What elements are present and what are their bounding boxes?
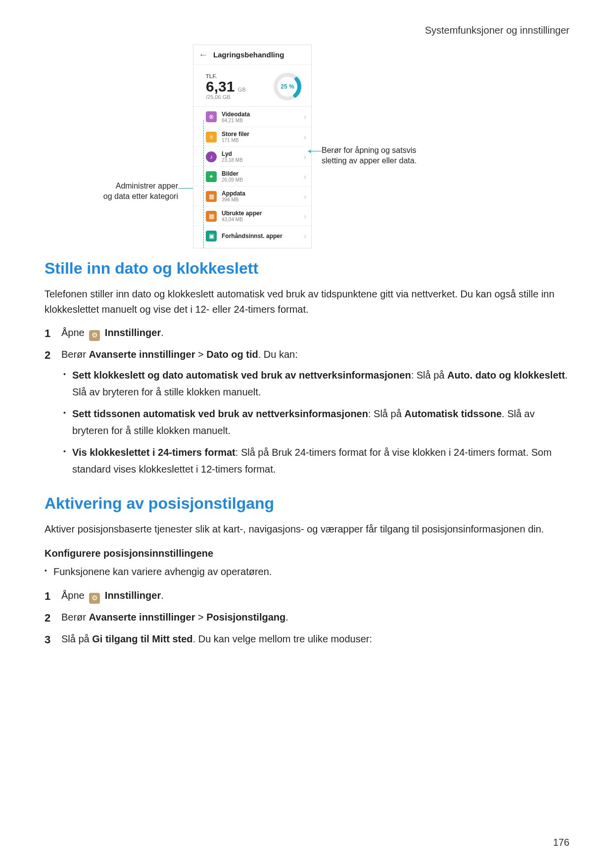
s2-step1-c: . [161, 590, 164, 601]
unused-icon: ▦ [206, 211, 217, 222]
label-delete-line2: sletting av apper eller data. [322, 156, 417, 165]
s2-step3-b: Gi tilgang til Mitt sted [92, 633, 192, 644]
s2-step2-a: Berør [61, 612, 89, 623]
s1-step2-e: . Du kan: [258, 349, 298, 360]
s1-b1-c: Auto. dato og klokkeslett [447, 370, 565, 381]
files-icon: ≡ [206, 132, 217, 143]
chevron-right-icon: › [304, 113, 306, 121]
category-size: 43,04 MB [222, 217, 304, 222]
audio-icon: ♪ [206, 151, 217, 162]
chevron-right-icon: › [304, 153, 306, 161]
s2-step1-a: Åpne [61, 590, 87, 601]
s2-step3-c: . Du kan velge mellom tre ulike moduser: [193, 633, 372, 644]
storage-percent: 25 % [281, 83, 294, 90]
img-icon: ✦ [206, 171, 217, 182]
s2-step3: Slå på Gi tilgang til Mitt sted. Du kan … [45, 630, 569, 647]
back-icon[interactable]: ← [198, 49, 208, 60]
pre-icon: ▣ [206, 231, 217, 241]
s1-step2-c: > [195, 349, 206, 360]
callout-arrow-right [312, 151, 322, 152]
label-manage-line1: Administrer apper [116, 182, 178, 190]
category-name: Bilder [222, 170, 304, 177]
s1-step2-b: Avanserte innstillinger [89, 349, 195, 360]
s1-step2: Berør Avanserte innstillinger > Dato og … [45, 346, 569, 478]
label-delete: Berør for åpning og satsvis sletting av … [322, 145, 450, 166]
s1-step1-b: Innstillinger [105, 327, 161, 338]
s2-step2-d: Posisjonstilgang [206, 612, 285, 623]
chevron-right-icon: › [304, 212, 306, 220]
s2-step1: Åpne ⚙ Innstillinger. [45, 587, 569, 604]
storage-category-row[interactable]: ▦Appdata394 MB› [193, 186, 311, 206]
category-size: 171 MB [222, 138, 304, 143]
section2-intro: Aktiver posisjonsbaserte tjenester slik … [45, 522, 569, 537]
storage-category-row[interactable]: ⊗Videodata84,21 MB› [193, 107, 311, 127]
section2-title: Aktivering av posisjonstilgang [45, 494, 569, 513]
s2-step2-c: > [195, 612, 206, 623]
s1-step2-d: Dato og tid [206, 349, 258, 360]
label-manage-line2: og data etter kategori [103, 192, 178, 200]
s1-b2-c: Automatisk tidssone [404, 408, 502, 419]
s1-step1-a: Åpne [61, 327, 87, 338]
section1-intro: Telefonen stiller inn dato og klokkeslet… [45, 287, 569, 317]
s1-step1: Åpne ⚙ Innstillinger. [45, 324, 569, 341]
category-size: 23,18 MB [222, 157, 304, 163]
s2-step3-a: Slå på [61, 633, 92, 644]
storage-category-row[interactable]: ▣Forhåndsinnst. apper› [193, 226, 311, 245]
storage-unit: GB [238, 87, 246, 93]
category-size: 84,21 MB [222, 118, 304, 123]
s2-step1-b: Innstillinger [105, 590, 161, 601]
s1-bullet1: Sett klokkeslett og dato automatisk ved … [61, 367, 569, 400]
s2-step2: Berør Avanserte innstillinger > Posisjon… [45, 609, 569, 626]
category-size: 394 MB [222, 197, 304, 202]
section1-title: Stille inn dato og klokkeslett [45, 259, 569, 278]
category-name: Ubrukte apper [222, 210, 304, 217]
category-name: Lyd [222, 150, 304, 157]
storage-donut: 25 % [273, 72, 302, 101]
storage-category-row[interactable]: ✦Bilder26,09 MB› [193, 166, 311, 186]
s1-b2-a: Sett tidssonen automatisk ved bruk av ne… [72, 408, 368, 419]
s1-b3-a: Vis klokkeslettet i 24-timers format [72, 447, 236, 458]
s2-step2-b: Avanserte innstillinger [89, 612, 195, 623]
storage-total: /25,06 GB [206, 94, 246, 100]
s1-b2-b: : Slå på [368, 408, 404, 419]
chevron-right-icon: › [304, 232, 306, 240]
section2-note: Funksjonene kan variere avhengig av oper… [45, 563, 569, 580]
category-name: Forhåndsinnst. apper [222, 233, 304, 240]
storage-used: 6,31 [206, 78, 235, 95]
page-number: 176 [553, 837, 569, 848]
category-name: Videodata [222, 111, 304, 118]
category-name: Appdata [222, 190, 304, 197]
chevron-right-icon: › [304, 193, 306, 200]
s1-bullet2: Sett tidssonen automatisk ved bruk av ne… [61, 405, 569, 439]
label-manage: Administrer apper og data etter kategori [45, 181, 178, 202]
phone-screenshot: ← Lagringsbehandling TLF. 6,31 GB /25,06… [193, 45, 312, 248]
header-section: Systemfunksjoner og innstillinger [425, 25, 569, 36]
category-name: Store filer [222, 131, 304, 138]
app-icon: ▦ [206, 191, 217, 202]
s1-b1-a: Sett klokkeslett og dato automatisk ved … [72, 370, 411, 381]
phone-title: Lagringsbehandling [213, 50, 284, 59]
storage-category-row[interactable]: ♪Lyd23,18 MB› [193, 146, 311, 166]
settings-icon: ⚙ [89, 593, 100, 604]
chevron-right-icon: › [304, 173, 306, 181]
settings-icon: ⚙ [89, 330, 100, 341]
storage-category-row[interactable]: ▦Ubrukte apper43,04 MB› [193, 206, 311, 226]
storage-category-row[interactable]: ≡Store filer171 MB› [193, 127, 311, 146]
s1-b1-b: : Slå på [411, 370, 447, 381]
video-icon: ⊗ [206, 111, 217, 122]
s1-step1-c: . [161, 327, 164, 338]
storage-diagram: Administrer apper og data etter kategori… [45, 45, 569, 242]
s1-step2-a: Berør [61, 349, 89, 360]
label-delete-line1: Berør for åpning og satsvis [322, 146, 416, 154]
s1-bullet3: Vis klokkeslettet i 24-timers format: Sl… [61, 444, 569, 478]
s2-step2-e: . [285, 612, 288, 623]
section2-subhead: Konfigurere posisjonsinnstillingene [45, 548, 569, 559]
chevron-right-icon: › [304, 133, 306, 141]
category-size: 26,09 MB [222, 177, 304, 183]
